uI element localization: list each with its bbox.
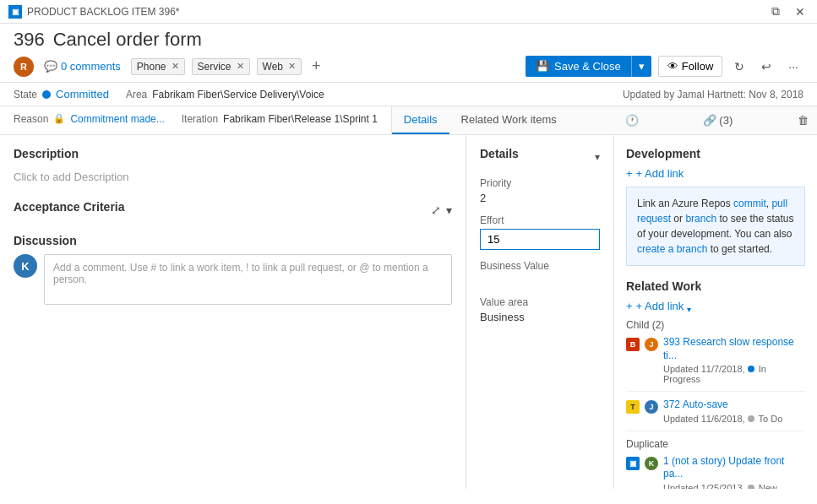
add-tag-button[interactable]: + bbox=[308, 57, 324, 75]
dup-1-status: New bbox=[759, 483, 777, 489]
story-icon-1: ▣ bbox=[626, 457, 640, 470]
priority-field: Priority 2 bbox=[480, 177, 600, 204]
comments-button[interactable]: 💬 0 comments bbox=[41, 58, 124, 74]
tag-service-close[interactable]: ✕ bbox=[237, 61, 244, 72]
area-field: Area Fabrikam Fiber\Service Delivery\Voi… bbox=[126, 89, 324, 100]
branch-link[interactable]: branch bbox=[685, 213, 716, 225]
avatar: R bbox=[14, 57, 34, 77]
state-value[interactable]: Committed bbox=[56, 88, 109, 100]
more-actions-button[interactable]: ··· bbox=[783, 57, 803, 77]
reason-value[interactable]: Commitment made... bbox=[70, 113, 164, 125]
dup-1-updated: Updated 1/25/2013, bbox=[663, 483, 745, 489]
tab-related-label: Related Work items bbox=[461, 113, 557, 126]
save-close-main[interactable]: 💾 Save & Close bbox=[526, 56, 631, 77]
create-branch-link[interactable]: create a branch bbox=[637, 243, 707, 255]
development-title: Development bbox=[626, 147, 805, 160]
title-bar-icon: ▣ bbox=[8, 5, 22, 19]
links-count: (3) bbox=[719, 114, 733, 127]
related-add-link-button[interactable]: + + Add link bbox=[626, 300, 684, 312]
toolbar: R 💬 0 comments Phone ✕ Service ✕ Web ✕ +… bbox=[0, 51, 817, 83]
related-add-icon: + bbox=[626, 300, 633, 312]
value-area-value[interactable]: Business bbox=[480, 311, 600, 323]
undo-button[interactable]: ↩ bbox=[756, 57, 776, 77]
acceptance-expand-button[interactable]: ⤢ bbox=[431, 203, 441, 217]
details-collapse-button[interactable]: ▾ bbox=[595, 151, 600, 163]
child-header: Child (2) bbox=[626, 319, 805, 331]
discussion-input[interactable]: Add a comment. Use # to link a work item… bbox=[44, 254, 452, 305]
tab-related-work-items[interactable]: Related Work items bbox=[449, 106, 569, 134]
restore-button[interactable]: ⧉ bbox=[768, 4, 783, 19]
tabs-area: Details Related Work items 🕐 🔗 (3) 🗑 bbox=[392, 106, 817, 134]
child-372-status-dot bbox=[748, 415, 754, 422]
related-work-section: Related Work + + Add link ▾ Child (2) B … bbox=[626, 279, 805, 489]
item-header: 396 Cancel order form bbox=[0, 24, 817, 51]
links-button[interactable]: 🔗 (3) bbox=[694, 109, 741, 132]
business-value-input[interactable] bbox=[480, 274, 600, 286]
item-number: 396 bbox=[14, 29, 45, 51]
comment-icon: 💬 bbox=[44, 60, 57, 73]
dup-1-title[interactable]: 1 (not a story) Update front pa... bbox=[663, 455, 805, 481]
meta-row: State Committed Area Fabrikam Fiber\Serv… bbox=[0, 83, 817, 106]
item-number-title: 396 Cancel order form bbox=[14, 29, 803, 51]
priority-label: Priority bbox=[480, 177, 600, 189]
dev-info-text-prefix: Link an Azure Repos bbox=[637, 198, 733, 209]
links-icon: 🔗 bbox=[703, 114, 716, 127]
discussion-title: Discussion bbox=[14, 234, 452, 247]
save-close-button[interactable]: 💾 Save & Close ▾ bbox=[526, 56, 651, 77]
close-button[interactable]: ✕ bbox=[792, 4, 809, 19]
development-info-box: Link an Azure Repos commit, pull request… bbox=[626, 187, 805, 266]
commit-link[interactable]: commit bbox=[733, 198, 766, 209]
child-372-title[interactable]: 372 Auto-save bbox=[663, 398, 805, 412]
save-close-dropdown[interactable]: ▾ bbox=[631, 56, 651, 77]
tag-phone-close[interactable]: ✕ bbox=[172, 61, 179, 72]
development-add-link-label: + Add link bbox=[636, 167, 684, 180]
discussion-input-area: K Add a comment. Use # to link a work it… bbox=[14, 254, 452, 305]
item-title[interactable]: Cancel order form bbox=[53, 29, 202, 51]
effort-input[interactable] bbox=[480, 229, 600, 250]
child-item-372: T J 372 Auto-save Updated 11/6/2018, To … bbox=[626, 398, 805, 431]
tag-phone: Phone ✕ bbox=[131, 58, 185, 75]
development-add-link-button[interactable]: + + Add link bbox=[626, 167, 684, 180]
tag-web-close[interactable]: ✕ bbox=[288, 61, 296, 72]
tag-phone-label: Phone bbox=[137, 61, 166, 73]
add-link-icon: + bbox=[626, 167, 633, 180]
attachments-button[interactable]: 🗑 bbox=[789, 109, 817, 132]
child-372-meta: Updated 11/6/2018, To Do bbox=[663, 414, 805, 424]
child-393-meta: Updated 11/7/2018, In Progress bbox=[663, 364, 805, 384]
follow-button[interactable]: 👁 Follow bbox=[658, 56, 723, 77]
save-icon: 💾 bbox=[536, 60, 549, 73]
area-label: Area bbox=[126, 89, 147, 100]
avatar-393: J bbox=[645, 338, 658, 351]
description-input[interactable]: Click to add Description bbox=[14, 167, 452, 187]
acceptance-actions: ⤢ ▾ bbox=[431, 203, 452, 217]
child-372-updated: Updated 11/6/2018, bbox=[663, 414, 745, 424]
iteration-value[interactable]: Fabrikam Fiber\Release 1\Sprint 1 bbox=[223, 113, 378, 125]
tag-service: Service ✕ bbox=[192, 58, 250, 75]
details-panel: Details ▾ Priority 2 Effort Business Val… bbox=[466, 135, 614, 489]
area-value[interactable]: Fabrikam Fiber\Service Delivery\Voice bbox=[152, 89, 324, 100]
dup-1-meta: Updated 1/25/2013, New bbox=[663, 483, 805, 489]
add-link-chevron-icon[interactable]: ▾ bbox=[687, 305, 691, 314]
tab-details-label: Details bbox=[404, 113, 438, 126]
child-393-title[interactable]: 393 Research slow response ti... bbox=[663, 336, 805, 362]
right-panel: Development + + Add link Link an Azure R… bbox=[614, 135, 817, 489]
comments-count: 0 comments bbox=[61, 60, 121, 73]
related-add-link-label: + Add link bbox=[636, 300, 684, 312]
avatar-dup-1: K bbox=[645, 457, 658, 470]
dup-1-info: 1 (not a story) Update front pa... Updat… bbox=[663, 455, 805, 489]
tag-web-label: Web bbox=[263, 61, 283, 73]
dev-info-text-suffix: to get started. bbox=[707, 243, 772, 255]
value-area-field: Value area Business bbox=[480, 296, 600, 323]
priority-value[interactable]: 2 bbox=[480, 192, 600, 204]
child-item-393: B J 393 Research slow response ti... Upd… bbox=[626, 336, 805, 392]
tab-details[interactable]: Details bbox=[392, 106, 449, 134]
history-button[interactable]: 🕐 bbox=[617, 109, 647, 132]
state-label: State bbox=[14, 89, 37, 100]
discussion-section: Discussion K Add a comment. Use # to lin… bbox=[14, 234, 452, 305]
main-content: Description Click to add Description Acc… bbox=[0, 135, 817, 489]
refresh-button[interactable]: ↻ bbox=[729, 57, 749, 77]
acceptance-title: Acceptance Criteria bbox=[14, 200, 125, 214]
acceptance-collapse-button[interactable]: ▾ bbox=[446, 203, 452, 217]
related-work-title: Related Work bbox=[626, 279, 805, 293]
child-393-status-dot bbox=[748, 366, 754, 372]
